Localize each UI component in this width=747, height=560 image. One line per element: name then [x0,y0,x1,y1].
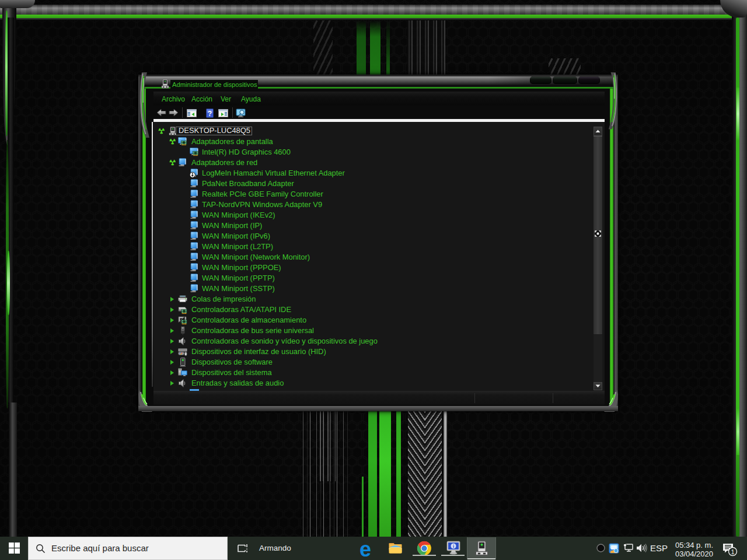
svg-text:?: ? [208,110,212,118]
svg-text:1: 1 [731,548,734,555]
